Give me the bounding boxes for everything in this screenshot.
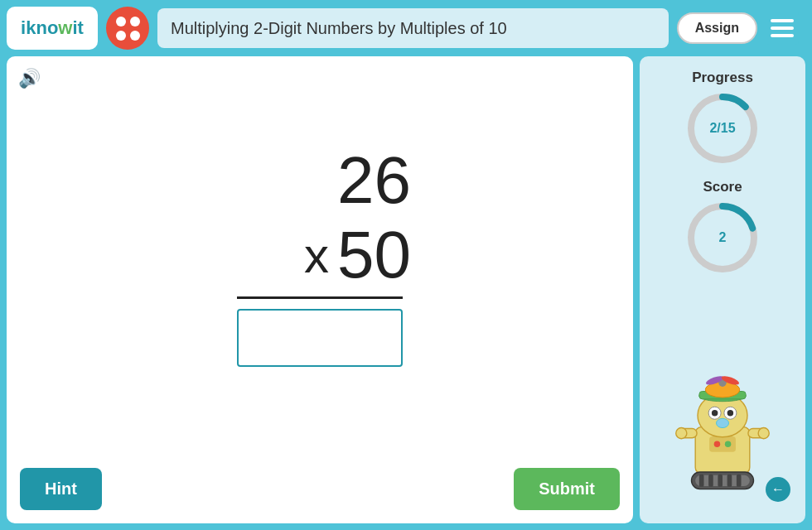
sound-icon[interactable]: 🔊 — [18, 68, 41, 89]
right-panel: Progress 2/15 Score 2 — [640, 56, 805, 523]
submit-button[interactable]: Submit — [514, 468, 620, 510]
svg-point-29 — [714, 441, 721, 448]
film-dot — [116, 31, 126, 41]
header: iknowit Multiplying 2-Digit Numbers by M… — [7, 7, 805, 56]
svg-rect-28 — [709, 436, 736, 452]
division-line — [237, 296, 403, 299]
math-display: 26 x 50 — [17, 66, 623, 461]
svg-point-20 — [758, 428, 769, 439]
svg-point-10 — [717, 418, 729, 427]
multiply-operator: x — [304, 227, 329, 284]
svg-rect-23 — [699, 475, 704, 487]
answer-input-box[interactable] — [237, 309, 403, 367]
svg-point-7 — [712, 410, 718, 417]
menu-line — [771, 26, 794, 30]
progress-value: 2/15 — [709, 121, 735, 136]
robot-illustration — [669, 373, 776, 497]
film-dot — [130, 17, 140, 26]
hint-button[interactable]: Hint — [20, 468, 102, 510]
progress-section: Progress 2/15 — [685, 70, 760, 166]
score-circle: 2 — [685, 200, 760, 275]
progress-label: Progress — [692, 70, 753, 86]
number2: 50 — [337, 217, 411, 293]
svg-point-9 — [727, 410, 734, 417]
film-icon — [106, 7, 149, 50]
logo-text: iknowit — [21, 17, 84, 39]
score-label: Score — [703, 179, 742, 195]
logo: iknowit — [7, 7, 98, 50]
film-dot — [130, 31, 140, 41]
main-area: 🔊 26 x 50 Hint Submit — [7, 56, 805, 523]
lesson-title-area: Multiplying 2-Digit Numbers by Multiples… — [157, 8, 669, 48]
menu-button[interactable] — [766, 12, 799, 45]
assign-button[interactable]: Assign — [677, 12, 757, 44]
film-dot — [116, 17, 126, 26]
math-row2: x 50 — [229, 217, 411, 293]
svg-rect-26 — [727, 475, 732, 487]
svg-rect-24 — [708, 475, 713, 487]
svg-point-30 — [725, 441, 732, 448]
number1: 26 — [229, 144, 411, 217]
menu-line — [771, 19, 794, 22]
bottom-buttons: Hint Submit — [17, 461, 623, 513]
svg-rect-25 — [718, 475, 723, 487]
progress-circle: 2/15 — [685, 91, 760, 166]
score-value: 2 — [719, 230, 727, 245]
score-section: Score 2 — [685, 179, 760, 275]
lesson-title: Multiplying 2-Digit Numbers by Multiples… — [171, 19, 507, 38]
back-arrow-button[interactable]: ← — [766, 477, 790, 502]
svg-point-18 — [676, 428, 687, 439]
menu-line — [771, 34, 794, 37]
svg-rect-27 — [737, 475, 742, 487]
question-panel: 🔊 26 x 50 Hint Submit — [7, 56, 633, 523]
robot-area — [669, 288, 776, 497]
